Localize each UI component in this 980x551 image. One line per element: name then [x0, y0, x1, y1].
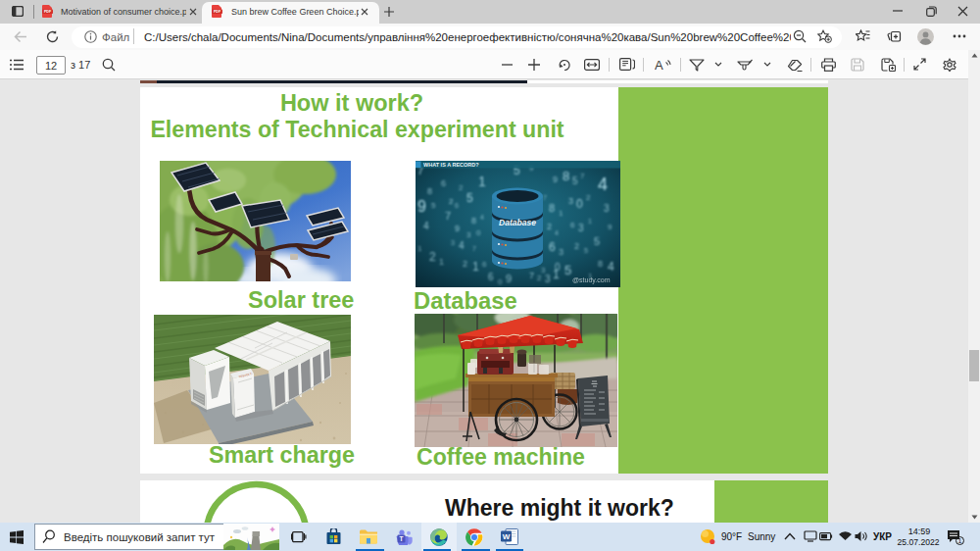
- svg-text:9: 9: [455, 224, 460, 233]
- svg-text:Database: Database: [499, 218, 536, 227]
- svg-text:1: 1: [958, 537, 962, 544]
- svg-text:A: A: [655, 58, 663, 72]
- svg-text:4: 4: [555, 229, 559, 236]
- svg-text:7: 7: [529, 271, 534, 280]
- svg-text:2: 2: [574, 241, 579, 251]
- svg-text:1: 1: [553, 268, 560, 281]
- svg-text:3: 3: [451, 239, 455, 246]
- svg-text:7: 7: [580, 172, 585, 180]
- svg-text:3: 3: [545, 274, 551, 284]
- svg-text:W: W: [503, 532, 511, 541]
- svg-text:1: 1: [417, 244, 422, 253]
- svg-text:3: 3: [568, 196, 573, 206]
- svg-text:1: 1: [478, 174, 486, 189]
- svg-text:6: 6: [488, 272, 494, 282]
- svg-text:8: 8: [471, 216, 476, 225]
- svg-text:7: 7: [543, 194, 547, 201]
- svg-text:5: 5: [584, 247, 588, 254]
- svg-text:4: 4: [598, 175, 608, 194]
- svg-text:5: 5: [564, 263, 571, 277]
- svg-text:2: 2: [547, 222, 552, 231]
- svg-text:3: 3: [466, 230, 471, 239]
- svg-text:5: 5: [466, 191, 473, 205]
- svg-text:3: 3: [559, 247, 564, 257]
- svg-text:4: 4: [608, 260, 614, 274]
- svg-text:2: 2: [463, 259, 467, 269]
- svg-text:WHAT IS A RECORD?: WHAT IS A RECORD?: [423, 162, 479, 168]
- svg-text:7: 7: [445, 210, 451, 222]
- svg-text:9: 9: [506, 273, 512, 284]
- svg-text:0: 0: [576, 197, 583, 211]
- svg-text:8: 8: [427, 186, 432, 196]
- svg-text:4: 4: [423, 221, 429, 231]
- svg-text:0: 0: [476, 228, 481, 237]
- svg-text:5: 5: [431, 201, 436, 210]
- svg-text:8: 8: [563, 169, 569, 183]
- svg-text:1: 1: [439, 257, 444, 267]
- svg-text:8: 8: [598, 259, 603, 269]
- svg-text:2: 2: [449, 197, 454, 206]
- svg-text:3: 3: [578, 223, 584, 233]
- svg-text:2: 2: [586, 193, 591, 202]
- svg-text:5: 5: [572, 175, 578, 186]
- svg-text:PDF: PDF: [214, 10, 221, 14]
- svg-text:0: 0: [498, 277, 503, 286]
- svg-text:6: 6: [482, 260, 487, 269]
- svg-text:1: 1: [472, 260, 479, 274]
- svg-text:4: 4: [459, 240, 465, 251]
- svg-text:4: 4: [480, 214, 484, 221]
- svg-text:5: 5: [594, 235, 600, 247]
- svg-text:1: 1: [559, 209, 564, 218]
- svg-text:3: 3: [604, 203, 610, 214]
- svg-text:1: 1: [588, 218, 592, 225]
- svg-text:2: 2: [537, 274, 542, 282]
- svg-text:6: 6: [441, 178, 446, 188]
- svg-text:6: 6: [455, 202, 459, 209]
- svg-text:PDF: PDF: [44, 10, 52, 14]
- svg-text:7: 7: [472, 245, 476, 252]
- svg-text:6: 6: [549, 240, 556, 254]
- svg-text:8: 8: [549, 202, 555, 214]
- svg-text:9: 9: [417, 198, 426, 215]
- svg-text:2: 2: [459, 183, 464, 192]
- svg-text:2: 2: [429, 250, 436, 264]
- svg-text:@study.com: @study.com: [572, 276, 611, 284]
- svg-text:T: T: [400, 535, 404, 542]
- svg-text:9: 9: [553, 175, 558, 184]
- svg-text:6: 6: [570, 221, 575, 229]
- svg-text:9: 9: [608, 223, 612, 231]
